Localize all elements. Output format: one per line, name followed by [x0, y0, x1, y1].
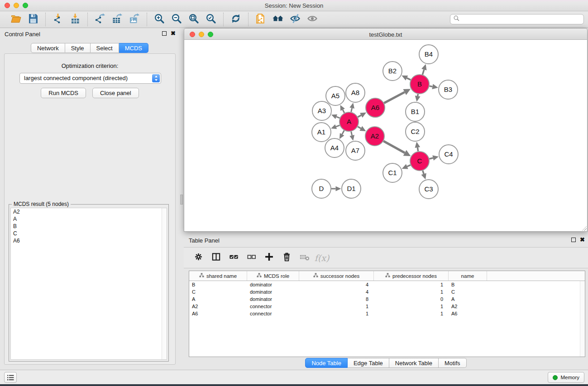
divider-grip[interactable]	[180, 195, 183, 205]
hide-panels-button[interactable]	[287, 13, 303, 26]
table-cell[interactable]: dominator	[247, 289, 299, 295]
float-table-panel-icon[interactable]	[571, 238, 576, 242]
graph-edge-C-C1[interactable]	[402, 164, 411, 169]
tab-edge-table[interactable]: Edge Table	[348, 358, 389, 368]
result-item[interactable]: C	[11, 230, 167, 237]
table-row[interactable]: Cdominator41C	[189, 288, 585, 295]
zoom-in-button[interactable]	[152, 13, 167, 26]
table-cell[interactable]: dominator	[247, 282, 299, 287]
zoom-selected-button[interactable]	[203, 13, 219, 26]
table-cell[interactable]: 8	[299, 296, 374, 302]
graph-edge-C-C2[interactable]	[415, 142, 421, 151]
table-cell[interactable]: A6	[189, 311, 247, 316]
graph-edge-A6-B[interactable]	[384, 89, 411, 103]
column-header-name[interactable]: name	[449, 271, 487, 281]
table-row[interactable]: A2connector11A2	[189, 303, 585, 310]
graph-edge-A-A3[interactable]	[331, 114, 340, 119]
table-cell[interactable]: B	[189, 282, 247, 287]
column-header-predecessor-nodes[interactable]: predecessor nodes	[374, 271, 449, 281]
graph-node-A8[interactable]: A8	[346, 83, 365, 102]
table-cell[interactable]: 4	[299, 282, 374, 287]
table-cell[interactable]: connector	[247, 311, 299, 316]
column-header-successor-nodes[interactable]: successor nodes	[299, 271, 374, 281]
table-cell[interactable]: 1	[374, 282, 449, 287]
import-network-button[interactable]	[50, 13, 66, 26]
select-all-button[interactable]	[226, 250, 241, 266]
export-image-button[interactable]	[127, 13, 142, 26]
graph-node-B[interactable]: B	[410, 75, 429, 94]
table-cell[interactable]: dominator	[247, 296, 299, 302]
table-cell[interactable]: 1	[374, 311, 449, 316]
add-entry-button[interactable]	[262, 250, 276, 266]
unselect-all-button[interactable]	[244, 250, 258, 266]
tab-select[interactable]: Select	[91, 43, 119, 53]
tab-network[interactable]: Network	[31, 43, 65, 53]
search-input[interactable]	[462, 14, 581, 24]
table-cell[interactable]: 1	[299, 311, 374, 316]
graph-edge-C-C4[interactable]	[429, 155, 439, 161]
tab-node-table[interactable]: Node Table	[305, 358, 348, 368]
result-scrollbar[interactable]	[162, 208, 167, 359]
graph-edge-A-A1[interactable]	[331, 124, 339, 129]
graph-node-C2[interactable]: C2	[406, 122, 425, 141]
tab-style[interactable]: Style	[65, 43, 91, 53]
save-session-button[interactable]	[25, 13, 41, 26]
optimization-criterion-select[interactable]: largest connected component (directed)	[19, 73, 161, 84]
graph-node-A7[interactable]: A7	[346, 141, 365, 160]
graph-edge-A2-C[interactable]	[383, 141, 411, 156]
export-network-button[interactable]	[92, 13, 108, 26]
table-cell[interactable]: B	[449, 282, 487, 287]
graph-node-A[interactable]: A	[339, 112, 359, 131]
graph-edge-A-A5[interactable]	[340, 105, 345, 113]
table-cell[interactable]: connector	[247, 304, 299, 309]
graph-node-D1[interactable]: D1	[342, 179, 361, 198]
close-table-panel-icon[interactable]: ✖	[580, 238, 585, 242]
graph-node-B1[interactable]: B1	[406, 102, 425, 121]
zoom-out-button[interactable]	[169, 13, 184, 26]
tab-network-table[interactable]: Network Table	[389, 358, 439, 368]
network-window-titlebar[interactable]: testGlobe.txt	[184, 28, 588, 40]
close-panel-button[interactable]: Close panel	[92, 88, 139, 98]
settings-button[interactable]	[191, 250, 206, 266]
graph-node-A3[interactable]: A3	[312, 101, 331, 120]
graph-edge-A-A7[interactable]	[349, 132, 354, 141]
network-canvas[interactable]: B4 B2 B B3 A8 A5 A6 A3 B1 A C2 A1 A2 A4 …	[184, 40, 588, 232]
column-view-button[interactable]	[209, 250, 223, 266]
task-history-button[interactable]	[4, 372, 17, 383]
import-table-button[interactable]	[67, 13, 83, 26]
delete-entry-button[interactable]	[279, 250, 294, 266]
graph-edge-B-B1[interactable]	[415, 94, 421, 102]
graph-node-A2[interactable]: A2	[365, 127, 384, 146]
column-header-shared-name[interactable]: shared name	[189, 271, 247, 281]
close-panel-icon[interactable]: ✖	[171, 31, 176, 36]
table-cell[interactable]: A2	[189, 304, 247, 309]
graph-edge-A-A8[interactable]	[349, 103, 354, 112]
result-item[interactable]: B	[11, 223, 167, 230]
table-cell[interactable]: A	[449, 296, 487, 302]
show-panels-button[interactable]	[305, 13, 320, 26]
result-item[interactable]: A2	[11, 208, 167, 215]
graph-edge-A-A2[interactable]	[358, 126, 366, 131]
graph-node-B2[interactable]: B2	[383, 62, 402, 81]
table-row[interactable]: Adominator80A	[189, 295, 585, 303]
float-panel-icon[interactable]	[162, 31, 167, 36]
graph-node-A5[interactable]: A5	[326, 86, 345, 105]
tab-mcds[interactable]: MCDS	[119, 43, 148, 53]
graph-node-A4[interactable]: A4	[325, 138, 344, 157]
table-cell[interactable]: 1	[299, 304, 374, 309]
export-table-button[interactable]	[110, 13, 125, 26]
graph-edge-C-C3[interactable]	[421, 171, 426, 180]
graph-node-B3[interactable]: B3	[439, 80, 458, 99]
graph-edge-B-B3[interactable]	[430, 84, 438, 90]
table-cell[interactable]: 4	[299, 289, 374, 295]
panel-divider[interactable]	[179, 28, 184, 370]
search-box[interactable]	[450, 14, 584, 24]
table-cell[interactable]: A	[189, 296, 247, 302]
graph-node-C[interactable]: C	[410, 152, 429, 171]
graph-edge-A-A4[interactable]	[339, 130, 344, 139]
graph-node-A6[interactable]: A6	[366, 98, 385, 117]
table-cell[interactable]: 0	[374, 296, 449, 302]
graph-node-C1[interactable]: C1	[383, 163, 402, 182]
memory-button[interactable]: Memory	[548, 372, 584, 383]
mcds-result-list[interactable]: A2ABCA6	[10, 208, 167, 360]
